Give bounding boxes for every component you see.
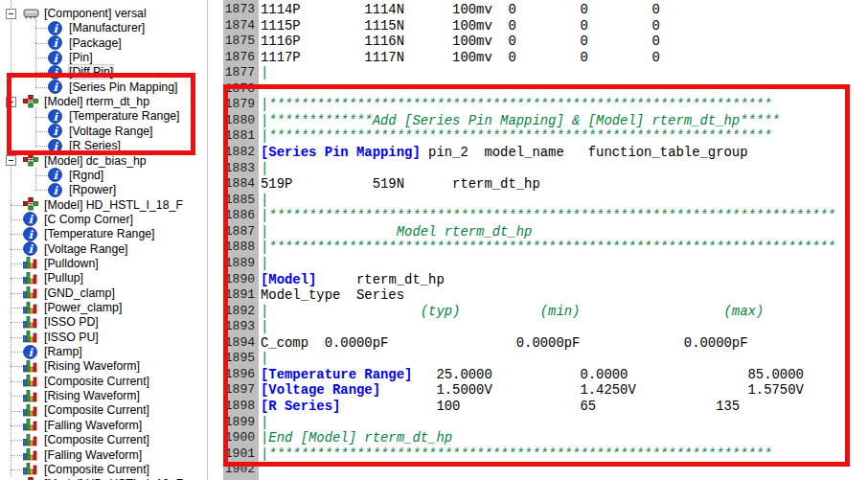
tree-item-label[interactable]: [Voltage Range]: [69, 125, 153, 138]
tree-item[interactable]: i[Rpower]: [0, 183, 207, 197]
tree-item-label[interactable]: [Voltage Range]: [44, 242, 128, 256]
tree-item[interactable]: i[Diff Pin]: [0, 65, 207, 80]
tree-item[interactable]: [Model] rterm_dt_hp: [0, 95, 207, 109]
tree-item[interactable]: [Pulldown]: [0, 256, 207, 270]
tree-item-label[interactable]: [C Comp Corner]: [44, 213, 133, 226]
tree-item[interactable]: i[Rgnd]: [0, 168, 207, 182]
editor-line[interactable]: 1897[Voltage Range] 1.5000V 1.4250V 1.57…: [223, 382, 865, 399]
editor-line[interactable]: 1902: [223, 462, 865, 478]
editor-line[interactable]: 1888|***********************************…: [223, 240, 865, 256]
tree-item-label[interactable]: [Composite Current]: [44, 403, 149, 417]
tree-item-label[interactable]: [Pullup]: [44, 271, 83, 285]
tree-item-label[interactable]: [Pin]: [69, 51, 93, 64]
editor-line[interactable]: 1882[Series Pin Mapping] pin_2 model_nam…: [223, 145, 865, 161]
tree-item[interactable]: [Pullup]: [0, 271, 207, 286]
tree-item[interactable]: [ISSO PD]: [0, 315, 207, 330]
tree-item[interactable]: [Falling Waveform]: [0, 447, 207, 462]
tree-item[interactable]: [Rising Waveform]: [0, 359, 207, 374]
expander-minus-icon[interactable]: [6, 155, 16, 166]
tree-item[interactable]: [Power_clamp]: [0, 301, 207, 315]
tree-item[interactable]: i[Voltage Range]: [0, 241, 207, 256]
tree-connector-stub: [11, 205, 24, 206]
tree-item-label[interactable]: [Component] versal: [44, 7, 147, 20]
tree-item-label[interactable]: [Composite Current]: [44, 433, 149, 446]
editor-line[interactable]: 1878: [223, 81, 865, 98]
tree-item[interactable]: [GND_clamp]: [0, 286, 207, 300]
editor-line[interactable]: 1886|***********************************…: [223, 208, 865, 224]
editor-line[interactable]: 18761117P 1117N 100mv 0 0 0: [223, 50, 865, 66]
editor-line[interactable]: 1887| Model rterm_dt_hp: [223, 224, 865, 240]
tree-item-label[interactable]: [Series Pin Mapping]: [69, 80, 177, 94]
editor-line[interactable]: 1889|: [223, 256, 865, 272]
tree-item-label[interactable]: [Model] dc_bias_hp: [44, 154, 147, 168]
editor-line[interactable]: 1880|*************Add [Series Pin Mappin…: [223, 113, 865, 129]
tree-item[interactable]: [ISSO PU]: [0, 330, 207, 344]
editor-line[interactable]: 1881|***********************************…: [223, 128, 865, 145]
tree-item-label[interactable]: [Ramp]: [44, 345, 82, 358]
editor-line[interactable]: 1901|***********************************…: [223, 446, 865, 463]
tree-item[interactable]: i[Manufacturer]: [0, 21, 207, 35]
tree-item-label[interactable]: [Falling Waveform]: [44, 448, 142, 462]
tree-item-label[interactable]: [Manufacturer]: [69, 21, 145, 34]
tree-item[interactable]: i[Package]: [0, 35, 207, 50]
tree-item[interactable]: i[Temperature Range]: [0, 227, 207, 241]
line-number: 1878: [223, 81, 259, 98]
editor-line[interactable]: 1890[Model] rterm_dt_hp: [223, 272, 865, 288]
expander-minus-icon[interactable]: [6, 97, 16, 107]
tree-item[interactable]: [Rising Waveform]: [0, 389, 207, 403]
tree-item-label[interactable]: [Package]: [69, 36, 122, 50]
tree-item-label[interactable]: [Composite Current]: [44, 463, 149, 476]
tree-item[interactable]: [Composite Current]: [0, 462, 207, 476]
tree-item[interactable]: [Composite Current]: [0, 374, 207, 388]
editor-line[interactable]: 18731114P 1114N 100mv 0 0 0: [223, 2, 865, 18]
tree-item[interactable]: [Component] versal: [0, 7, 207, 21]
tree-item[interactable]: i[Series Pin Mapping]: [0, 80, 207, 94]
tree-item-label[interactable]: [Temperature Range]: [44, 227, 155, 240]
tree-connector-stub: [11, 337, 24, 338]
tree-item-label[interactable]: [ISSO PU]: [44, 331, 99, 344]
tree-item-label[interactable]: [Composite Current]: [44, 375, 149, 388]
tree-item-label[interactable]: [GND_clamp]: [44, 286, 115, 300]
editor-line[interactable]: 1900|End [Model] rterm_dt_hp: [223, 430, 865, 446]
tree-item[interactable]: i[Ramp]: [0, 345, 207, 359]
tree-item[interactable]: [Model] HD_HSTL_I_18_F: [0, 197, 207, 212]
editor-line[interactable]: 1894C_comp 0.0000pF 0.0000pF 0.0000pF: [223, 335, 865, 352]
tree-item-label[interactable]: [Diff Pin]: [69, 65, 113, 79]
tree-item[interactable]: i[Pin]: [0, 51, 207, 65]
editor-line[interactable]: 1898[R Series] 100 65 135: [223, 399, 865, 415]
tree-item[interactable]: [Model] dc_bias_hp: [0, 153, 207, 168]
tree-item-label[interactable]: [Model] rterm_dt_hp: [44, 95, 149, 108]
tree-item-label[interactable]: [Rgnd]: [69, 169, 103, 182]
tree-item[interactable]: i[R Series]: [0, 139, 207, 153]
editor-line[interactable]: 1895|: [223, 351, 865, 367]
tree-item[interactable]: [Falling Waveform]: [0, 418, 207, 432]
tree-item-label[interactable]: [ISSO PD]: [44, 315, 99, 329]
editor-line[interactable]: 18751116P 1116N 100mv 0 0 0: [223, 34, 865, 50]
editor-line[interactable]: 1892| (typ) (min) (max): [223, 304, 865, 320]
editor-line[interactable]: 1883|: [223, 161, 865, 177]
editor-line[interactable]: 1896[Temperature Range] 25.0000 0.0000 8…: [223, 367, 865, 383]
editor-line[interactable]: 1893|: [223, 319, 865, 335]
editor-line[interactable]: 1885|: [223, 193, 865, 209]
tree-item[interactable]: i[Temperature Range]: [0, 109, 207, 124]
tree-item-label[interactable]: [R Series]: [69, 139, 121, 152]
tree-item-label[interactable]: [Falling Waveform]: [44, 419, 142, 432]
tree-item-label[interactable]: [Rising Waveform]: [44, 389, 140, 402]
tree-item[interactable]: [Composite Current]: [0, 403, 207, 418]
tree-item[interactable]: i[Voltage Range]: [0, 124, 207, 138]
editor-line[interactable]: 1891Model_type Series: [223, 287, 865, 304]
tree-item-label[interactable]: [Model] HD_HSTL_I_18_F: [44, 198, 183, 212]
editor-line[interactable]: 1884519P 519N rterm_dt_hp: [223, 176, 865, 193]
tree-item-label[interactable]: [Pulldown]: [44, 257, 99, 270]
tree-item-label[interactable]: [Rising Waveform]: [44, 359, 140, 373]
editor-line[interactable]: 1877|: [223, 65, 865, 81]
editor-line[interactable]: 1879|***********************************…: [223, 97, 865, 113]
tree-item-label[interactable]: [Temperature Range]: [69, 109, 180, 123]
tree-item-label[interactable]: [Power_clamp]: [44, 301, 122, 314]
editor-line[interactable]: 18741115P 1115N 100mv 0 0 0: [223, 18, 865, 34]
expander-minus-icon[interactable]: [6, 9, 16, 19]
editor-line[interactable]: 1899|: [223, 415, 865, 431]
tree-item-label[interactable]: [Rpower]: [69, 183, 116, 196]
tree-item[interactable]: i[C Comp Corner]: [0, 212, 207, 226]
tree-item[interactable]: [Composite Current]: [0, 433, 207, 447]
